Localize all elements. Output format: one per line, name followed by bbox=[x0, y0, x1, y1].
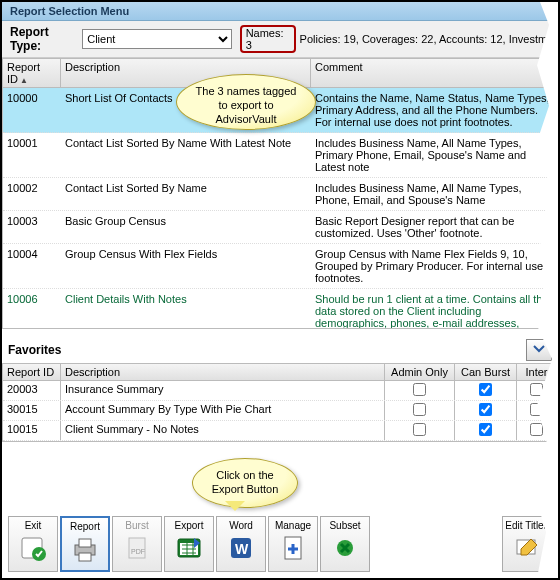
export-button[interactable]: Export bbox=[164, 516, 214, 572]
report-type-select[interactable]: Client bbox=[82, 29, 231, 49]
cell-report-id: 10004 bbox=[3, 244, 61, 288]
table-row[interactable]: 10001Contact List Sorted By Name With La… bbox=[3, 133, 557, 178]
svg-text:W: W bbox=[235, 541, 249, 557]
exit-button[interactable]: Exit bbox=[8, 516, 58, 572]
subset-button[interactable]: Subset bbox=[320, 516, 370, 572]
admin-only-checkbox[interactable] bbox=[413, 383, 426, 396]
report-type-label: Report Type: bbox=[10, 25, 78, 53]
cell-report-id: 10001 bbox=[3, 133, 61, 177]
cell-comment: Should be run 1 client at a time. Contai… bbox=[311, 289, 557, 328]
cell-comment: Includes Business Name, All Name Types, … bbox=[311, 133, 557, 177]
word-icon: W bbox=[226, 533, 256, 563]
cell-description: Contact List Sorted By Name With Latest … bbox=[61, 133, 311, 177]
burst-button[interactable]: Burst PDF bbox=[112, 516, 162, 572]
favorite-row[interactable]: 30015Account Summary By Type With Pie Ch… bbox=[3, 401, 557, 421]
favorites-grid: Report ID Description Admin Only Can Bur… bbox=[2, 363, 558, 442]
bottom-toolbar: Exit Report Burst PDF Export Word W Mana… bbox=[8, 516, 370, 572]
fav-cell-desc: Insurance Summary bbox=[61, 381, 385, 400]
fav-col-desc[interactable]: Description bbox=[61, 364, 385, 380]
pdf-icon: PDF bbox=[122, 533, 152, 563]
chevron-down-icon bbox=[532, 344, 546, 356]
export-icon bbox=[174, 533, 204, 563]
svg-text:PDF: PDF bbox=[131, 548, 145, 555]
callout-export: Click on the Export Button bbox=[192, 458, 298, 508]
cell-description: Basic Group Census bbox=[61, 211, 311, 243]
inter-checkbox[interactable] bbox=[530, 423, 543, 436]
manage-icon bbox=[278, 533, 308, 563]
fav-col-admin[interactable]: Admin Only bbox=[385, 364, 455, 380]
cell-description: Contact List Sorted By Name bbox=[61, 178, 311, 210]
table-row[interactable]: 10003Basic Group CensusBasic Report Desi… bbox=[3, 211, 557, 244]
fav-cell-id: 20003 bbox=[3, 381, 61, 400]
table-row[interactable]: 10006Client Details With NotesShould be … bbox=[3, 289, 557, 328]
subset-icon bbox=[330, 533, 360, 563]
table-row[interactable]: 10002Contact List Sorted By NameIncludes… bbox=[3, 178, 557, 211]
manage-button[interactable]: Manage bbox=[268, 516, 318, 572]
window-title: Report Selection Menu bbox=[2, 2, 558, 21]
printer-icon bbox=[70, 534, 100, 564]
edit-icon bbox=[512, 533, 542, 563]
report-button[interactable]: Report bbox=[60, 516, 110, 572]
exit-icon bbox=[18, 533, 48, 563]
fav-col-burst[interactable]: Can Burst bbox=[455, 364, 517, 380]
favorites-section: Favorites Report ID Description Admin On… bbox=[2, 337, 558, 442]
cell-comment: Basic Report Designer report that can be… bbox=[311, 211, 557, 243]
callout-names-tag: The 3 names tagged to export to AdvisorV… bbox=[176, 74, 316, 130]
cell-comment: Contains the Name, Name Status, Name Typ… bbox=[311, 88, 557, 132]
names-count-badge: Names: 3 bbox=[240, 25, 296, 53]
svg-rect-4 bbox=[79, 553, 91, 561]
header-stats: Policies: 19, Coverages: 22, Accounts: 1… bbox=[300, 33, 550, 45]
favorite-row[interactable]: 20003Insurance Summary bbox=[3, 381, 557, 401]
favorites-title: Favorites bbox=[8, 343, 61, 357]
cell-report-id: 10002 bbox=[3, 178, 61, 210]
favorite-row[interactable]: 10015Client Summary - No Notes bbox=[3, 421, 557, 441]
fav-cell-id: 10015 bbox=[3, 421, 61, 440]
cell-report-id: 10003 bbox=[3, 211, 61, 243]
cell-description: Group Census With Flex Fields bbox=[61, 244, 311, 288]
word-button[interactable]: Word W bbox=[216, 516, 266, 572]
col-header-comment[interactable]: Comment bbox=[311, 59, 557, 87]
cell-description: Client Details With Notes bbox=[61, 289, 311, 328]
col-header-report-id[interactable]: Report ID▲ bbox=[3, 59, 61, 87]
fav-cell-desc: Client Summary - No Notes bbox=[61, 421, 385, 440]
cell-comment: Includes Business Name, All Name Types, … bbox=[311, 178, 557, 210]
can-burst-checkbox[interactable] bbox=[479, 423, 492, 436]
cell-report-id: 10000 bbox=[3, 88, 61, 132]
can-burst-checkbox[interactable] bbox=[479, 403, 492, 416]
fav-col-id[interactable]: Report ID bbox=[3, 364, 61, 380]
table-row[interactable]: 10004Group Census With Flex FieldsGroup … bbox=[3, 244, 557, 289]
svg-rect-3 bbox=[79, 539, 91, 547]
cell-comment: Group Census with Name Flex Fields 9, 10… bbox=[311, 244, 557, 288]
admin-only-checkbox[interactable] bbox=[413, 423, 426, 436]
can-burst-checkbox[interactable] bbox=[479, 383, 492, 396]
fav-cell-id: 30015 bbox=[3, 401, 61, 420]
admin-only-checkbox[interactable] bbox=[413, 403, 426, 416]
report-type-bar: Report Type: Client Names: 3 Policies: 1… bbox=[2, 21, 558, 58]
fav-cell-desc: Account Summary By Type With Pie Chart bbox=[61, 401, 385, 420]
cell-report-id: 10006 bbox=[3, 289, 61, 328]
